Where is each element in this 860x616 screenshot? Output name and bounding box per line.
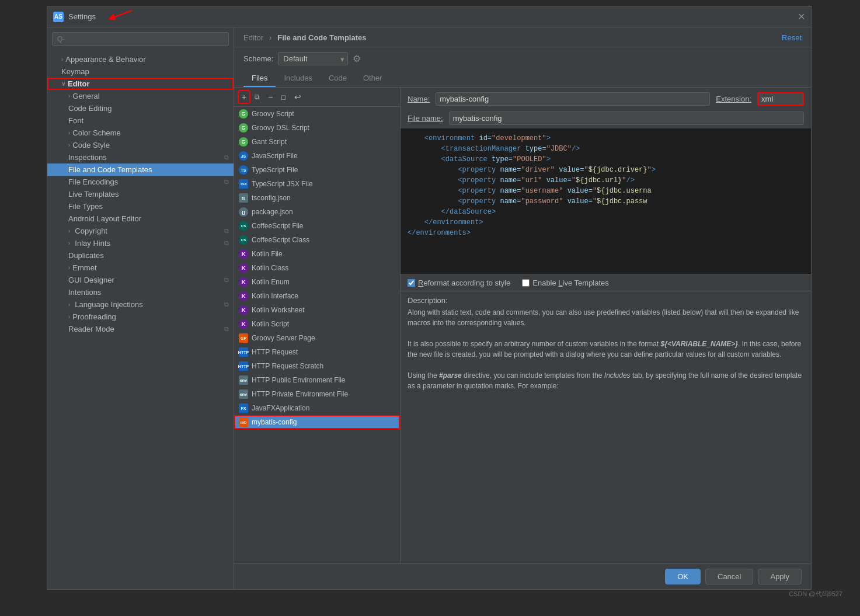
add-template-button[interactable]: + — [239, 91, 249, 103]
sidebar-item-intentions[interactable]: Intentions — [47, 286, 234, 298]
sidebar-item-reader-mode[interactable]: Reader Mode ⧉ — [47, 323, 234, 335]
copy-template-button[interactable]: ⧉ — [252, 92, 263, 102]
template-item-kotlin-file[interactable]: K Kotlin File — [234, 247, 400, 261]
template-item-kotlin-interface[interactable]: K Kotlin Interface — [234, 289, 400, 303]
breadcrumb-separator: › — [269, 33, 271, 42]
tab-other[interactable]: Other — [355, 70, 391, 87]
template-body: + ⧉ − ◻ ↩ G Groovy Script G Groovy — [234, 88, 811, 563]
sidebar-item-editor[interactable]: ∨ Editor — [47, 78, 234, 90]
code-editor[interactable]: <environment id="development"> <transact… — [401, 128, 811, 274]
copy-icon: ⧉ — [224, 227, 229, 235]
template-item-typescript-jsx[interactable]: TSX TypeScript JSX File — [234, 177, 400, 191]
sidebar-item-gui-designer[interactable]: GUI Designer ⧉ — [47, 274, 234, 286]
sidebar-item-proofreading[interactable]: › Proofreading — [47, 311, 234, 323]
name-input[interactable] — [436, 92, 710, 106]
apply-button[interactable]: Apply — [758, 569, 802, 584]
sidebar-item-copyright[interactable]: › Copyright ⧉ — [47, 225, 234, 237]
chevron-right-icon: › — [68, 240, 70, 246]
template-icon: CS — [239, 235, 248, 245]
sidebar-list: › Appearance & Behavior Keymap ∨ Editor … — [47, 51, 234, 589]
template-icon: HTTP — [239, 347, 248, 357]
sidebar-item-live-templates[interactable]: Live Templates — [47, 188, 234, 200]
template-item-http-request-scratch[interactable]: HTTP HTTP Request Scratch — [234, 359, 400, 373]
code-line: <property name="username" value="${jdbc.… — [408, 186, 804, 196]
reset-template-button[interactable]: ↩ — [291, 91, 304, 103]
tab-files[interactable]: Files — [243, 70, 276, 87]
sidebar-item-label: Editor — [68, 79, 90, 88]
template-item-groovy-script[interactable]: G Groovy Script — [234, 107, 400, 121]
template-icon: CS — [239, 221, 248, 231]
template-item-label: TypeScript JSX File — [252, 180, 313, 188]
template-item-kotlin-worksheet[interactable]: K Kotlin Worksheet — [234, 303, 400, 317]
sidebar-item-language-injections[interactable]: › Language Injections ⧉ — [47, 298, 234, 311]
template-item-label: mybatis-config — [252, 418, 297, 426]
sidebar-item-keymap[interactable]: Keymap — [47, 65, 234, 78]
chevron-right-icon: › — [68, 130, 70, 136]
template-item-mybatis-config[interactable]: mb mybatis-config — [234, 415, 400, 429]
search-input[interactable] — [52, 32, 229, 46]
template-icon: K — [239, 249, 248, 259]
sidebar-item-android-layout[interactable]: Android Layout Editor — [47, 213, 234, 225]
description-panel: Description: Along with static text, cod… — [401, 291, 811, 563]
live-templates-checkbox[interactable] — [522, 279, 530, 287]
template-icon: K — [239, 291, 248, 301]
sidebar-item-label: General — [72, 92, 99, 100]
sidebar-item-inlay-hints[interactable]: › Inlay Hints ⧉ — [47, 237, 234, 249]
live-templates-checkbox-wrap: Enable Live Templates — [522, 279, 609, 287]
template-item-javascript[interactable]: JS JavaScript File — [234, 149, 400, 163]
sidebar-item-inspections[interactable]: Inspections ⧉ — [47, 151, 234, 163]
sidebar-item-file-and-code-templates[interactable]: File and Code Templates — [47, 163, 234, 176]
template-icon: env — [239, 389, 248, 399]
title-bar: AS Settings ✕ — [47, 6, 811, 27]
template-item-label: Groovy DSL Script — [252, 124, 309, 132]
template-item-kotlin-script[interactable]: K Kotlin Script — [234, 317, 400, 331]
tab-code[interactable]: Code — [321, 70, 355, 87]
live-templates-label: Enable Live Templates — [532, 279, 609, 287]
sidebar-item-code-editing[interactable]: Code Editing — [47, 102, 234, 114]
template-item-http-private-env[interactable]: env HTTP Private Environment File — [234, 387, 400, 401]
scheme-label: Scheme: — [243, 54, 273, 63]
sidebar-item-general[interactable]: › General — [47, 90, 234, 102]
reformat-checkbox[interactable] — [408, 279, 415, 287]
sidebar-item-appearance[interactable]: › Appearance & Behavior — [47, 53, 234, 65]
template-item-http-public-env[interactable]: env HTTP Public Environment File — [234, 373, 400, 387]
extension-input[interactable] — [757, 92, 804, 106]
template-item-coffeescript-file[interactable]: CS CoffeeScript File — [234, 219, 400, 233]
template-item-package-json[interactable]: {} package.json — [234, 205, 400, 219]
template-item-http-request[interactable]: HTTP HTTP Request — [234, 345, 400, 359]
close-button[interactable]: ✕ — [798, 11, 805, 22]
template-item-kotlin-enum[interactable]: K Kotlin Enum — [234, 275, 400, 289]
sidebar-item-font[interactable]: Font — [47, 114, 234, 127]
scheme-select[interactable]: Default Project — [278, 52, 348, 65]
cancel-button[interactable]: Cancel — [705, 569, 753, 584]
duplicate-template-button[interactable]: ◻ — [278, 92, 289, 102]
template-editor-panel: Name: Extension: File name: <environment… — [401, 88, 811, 563]
template-icon: G — [239, 109, 248, 119]
remove-template-button[interactable]: − — [265, 91, 276, 103]
template-item-kotlin-class[interactable]: K Kotlin Class — [234, 261, 400, 275]
sidebar-item-file-types[interactable]: File Types — [47, 200, 234, 213]
sidebar-item-emmet[interactable]: › Emmet — [47, 262, 234, 274]
breadcrumb-editor: Editor — [243, 33, 263, 42]
tab-includes[interactable]: Includes — [276, 70, 320, 87]
gear-icon[interactable]: ⚙ — [353, 53, 361, 64]
sidebar-item-file-encodings[interactable]: File Encodings ⧉ — [47, 176, 234, 188]
filename-input[interactable] — [449, 112, 804, 125]
chevron-right-icon: › — [68, 265, 70, 271]
copy-icon: ⧉ — [224, 301, 229, 308]
code-line: <dataSource type="POOLED"> — [408, 154, 804, 165]
sidebar-item-code-style[interactable]: › Code Style — [47, 139, 234, 151]
ok-button[interactable]: OK — [665, 569, 701, 584]
reset-button[interactable]: Reset — [782, 33, 802, 42]
template-item-tsconfig[interactable]: ts tsconfig.json — [234, 191, 400, 205]
sidebar-item-duplicates[interactable]: Duplicates — [47, 249, 234, 262]
template-item-groovy-server-page[interactable]: GP Groovy Server Page — [234, 331, 400, 345]
copy-icon: ⧉ — [224, 276, 229, 284]
template-item-gant-script[interactable]: G Gant Script — [234, 135, 400, 149]
template-item-coffeescript-class[interactable]: CS CoffeeScript Class — [234, 233, 400, 247]
template-item-javafx[interactable]: FX JavaFXApplication — [234, 401, 400, 415]
template-item-typescript[interactable]: TS TypeScript File — [234, 163, 400, 177]
template-item-label: Groovy Script — [252, 110, 294, 118]
sidebar-item-color-scheme[interactable]: › Color Scheme — [47, 127, 234, 139]
template-item-groovy-dsl[interactable]: G Groovy DSL Script — [234, 121, 400, 135]
